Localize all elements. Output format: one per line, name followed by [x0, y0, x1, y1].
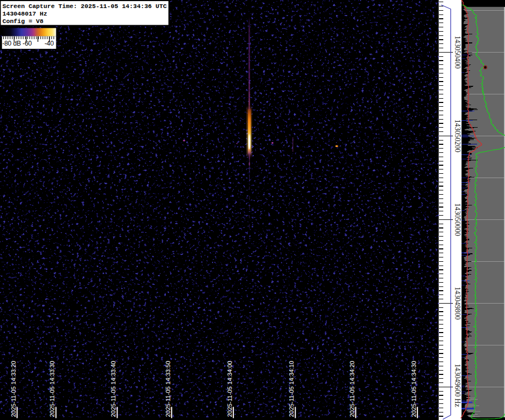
svg-text:2025-11-05 14:33:20: 2025-11-05 14:33:20	[10, 361, 17, 417]
svg-text:143050200: 143050200	[453, 120, 462, 152]
svg-text:Screen Capture Time: 2025-11-0: Screen Capture Time: 2025-11-05 14:34:36…	[3, 3, 167, 10]
svg-text:-80 dB -60: -80 dB -60	[2, 40, 32, 47]
svg-text:143049600 Hz: 143049600 Hz	[453, 364, 462, 407]
svg-text:143049800: 143049800	[453, 287, 462, 320]
svg-text:2025-11-05 14:34:10: 2025-11-05 14:34:10	[288, 361, 295, 417]
svg-text:2025-11-05 14:33:40: 2025-11-05 14:33:40	[110, 361, 116, 417]
svg-text:2025-11-05 14:33:50: 2025-11-05 14:33:50	[165, 361, 171, 417]
svg-text:143050000: 143050000	[453, 203, 462, 236]
svg-text:143050400: 143050400	[453, 36, 462, 69]
svg-text:-40: -40	[45, 40, 54, 47]
svg-text:2025-11-05 14:34:00: 2025-11-05 14:34:00	[226, 361, 233, 417]
svg-text:Config = V8: Config = V8	[3, 18, 44, 25]
svg-text:143048017 Hz: 143048017 Hz	[3, 10, 48, 17]
svg-text:2025-11-05 14:34:20: 2025-11-05 14:34:20	[349, 361, 355, 417]
svg-text:2025-11-05 14:34:30: 2025-11-05 14:34:30	[411, 361, 417, 417]
svg-text:2025-11-05 14:33:30: 2025-11-05 14:33:30	[49, 361, 55, 417]
